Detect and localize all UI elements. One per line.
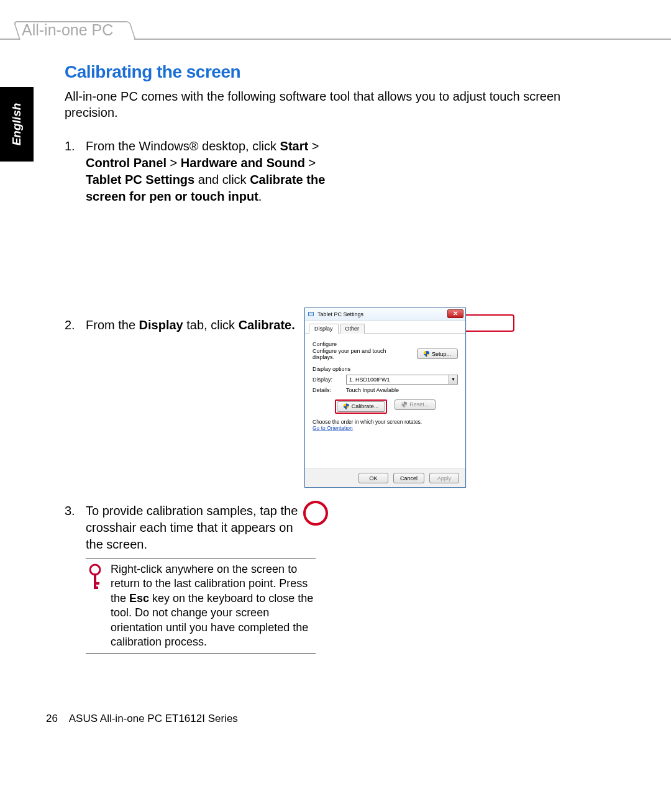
t: > (308, 139, 319, 153)
t: > (167, 156, 181, 170)
calibrate-button-label: Calibrate... (352, 403, 379, 409)
close-button[interactable]: ✕ (447, 309, 463, 318)
setup-button-label: Setup... (432, 351, 451, 357)
header-rule-right (134, 39, 671, 40)
details-value: Touch Input Available (346, 387, 399, 393)
step-1-number: 1. (65, 138, 86, 155)
svg-rect-1 (94, 573, 96, 587)
dialog-footer: OK Cancel Apply (305, 468, 465, 487)
t: Start (280, 139, 309, 153)
step-1-text: From the Windows® desktop, click Start >… (86, 138, 334, 205)
header-rule-left (0, 39, 20, 40)
svg-rect-5 (309, 312, 313, 316)
t: Tablet PC Settings (86, 173, 194, 186)
go-to-orientation-link[interactable]: Go to Orientation (313, 425, 353, 431)
dialog-titlebar: Tablet PC Settings ✕ (305, 308, 465, 321)
step-3: 3. To provide calibration samples, tap t… (65, 503, 611, 553)
t: tab, click (183, 318, 239, 332)
t: > (305, 156, 316, 170)
t: Display (139, 318, 183, 332)
dialog-tabs: Display Other (305, 321, 465, 334)
note-block: Right-click anywhere on the screen to re… (86, 558, 316, 654)
details-label: Details: (313, 387, 340, 393)
display-select-value: 1. HSD100IFW1 (349, 376, 390, 383)
step-2-number: 2. (65, 317, 86, 334)
product-series: ASUS All-in-one PC ET1612I Series (69, 713, 238, 724)
display-label: Display: (313, 376, 340, 383)
reset-button[interactable]: Reset... (395, 399, 436, 410)
t: From the (86, 318, 139, 332)
language-tab: English (0, 87, 34, 162)
language-label: English (10, 103, 24, 146)
t: . (258, 189, 262, 203)
header-tab-label: All-in-one PC (22, 21, 113, 39)
t: From the Windows® desktop, click (86, 139, 280, 153)
ok-button[interactable]: OK (358, 473, 388, 483)
step-3-number: 3. (65, 503, 86, 519)
shield-icon (401, 401, 407, 408)
configure-group-label: Configure (313, 341, 458, 347)
apply-button[interactable]: Apply (429, 473, 459, 483)
page-number: 26 (46, 713, 58, 724)
t: Esc (129, 592, 149, 604)
setup-button[interactable]: Setup... (417, 349, 458, 359)
chevron-down-icon[interactable]: ▼ (449, 375, 458, 385)
crosshair-target-icon (303, 501, 328, 526)
t: Calibrate. (239, 318, 295, 332)
display-options-label: Display options (313, 366, 458, 372)
shield-icon (344, 403, 349, 409)
step-2-text: From the Display tab, click Calibrate. (86, 317, 316, 334)
svg-rect-3 (94, 586, 98, 589)
step-3-text: To provide calibration samples, tap the … (86, 503, 309, 553)
key-icon (86, 562, 104, 649)
t: Control Panel (86, 156, 167, 170)
footer: 26 ASUS All-in-one PC ET1612I Series (46, 713, 238, 725)
t: and click (194, 173, 250, 186)
svg-rect-2 (94, 582, 99, 585)
tab-other[interactable]: Other (340, 324, 365, 334)
section-title: Calibrating the screen (65, 62, 611, 82)
tab-display[interactable]: Display (309, 324, 339, 334)
calibrate-button[interactable]: Calibrate... (337, 401, 386, 412)
t: Hardware and Sound (181, 156, 305, 170)
note-text: Right-click anywhere on the screen to re… (111, 562, 316, 649)
tablet-icon (308, 311, 315, 318)
header-band: All-in-one PC (0, 24, 671, 42)
intro-paragraph: All-in-one PC comes with the following s… (65, 88, 611, 121)
display-select[interactable]: 1. HSD100IFW1 ▼ (346, 375, 458, 385)
svg-point-0 (90, 565, 100, 575)
rotation-order-text: Choose the order in which your screen ro… (313, 419, 458, 425)
configure-text: Configure your pen and touch displays. (313, 349, 392, 361)
tablet-pc-settings-dialog: Tablet PC Settings ✕ Display Other Confi… (304, 308, 466, 488)
shield-icon (424, 351, 429, 357)
highlight-box-calibrate-button: Calibrate... (335, 399, 388, 414)
cancel-button[interactable]: Cancel (393, 473, 424, 483)
step-1: 1. From the Windows® desktop, click Star… (65, 138, 611, 205)
dialog-title: Tablet PC Settings (317, 311, 363, 317)
reset-button-label: Reset... (409, 401, 429, 408)
